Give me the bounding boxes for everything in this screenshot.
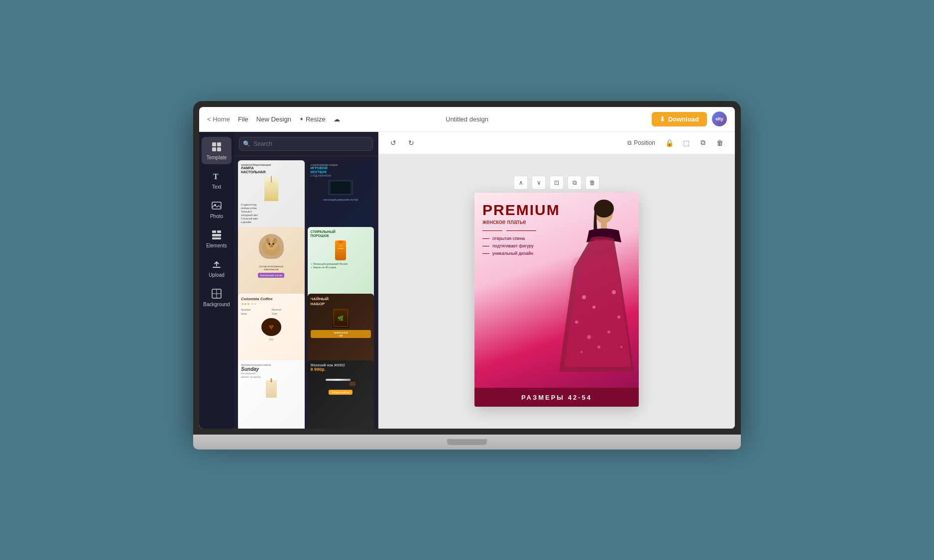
duplicate-button[interactable]: ⧉ [696, 136, 710, 150]
sidebar-item-upload[interactable]: Upload [202, 254, 232, 282]
move-down-button[interactable]: ∨ [532, 176, 546, 190]
nav-links: < Home File New Design ✦ Resize ☁ [207, 115, 646, 123]
text-icon: T [211, 170, 223, 182]
duplicate-icon: ⧉ [700, 138, 705, 147]
search-input[interactable] [239, 137, 373, 151]
laptop-wrapper: < Home File New Design ✦ Resize ☁ Untitl… [193, 101, 741, 459]
cloud-icon: ☁ [334, 115, 340, 123]
svg-point-20 [269, 244, 273, 247]
undo-button[interactable]: ↺ [386, 136, 400, 150]
lock-button[interactable]: 🔒 [662, 136, 676, 150]
download-icon: ⬇ [660, 115, 665, 123]
canvas-toolbar: ↺ ↻ ⧉ Position 🔒 [378, 132, 735, 154]
search-bar: 🔍 [234, 132, 378, 156]
sizes-label: РАЗМЕРЫ 42-54 [521, 394, 592, 401]
resize-link[interactable]: ✦ Resize [299, 115, 326, 123]
resize-icon: ✦ [299, 116, 304, 122]
copy-button[interactable]: ⧉ [568, 176, 582, 190]
delete-icon: 🗑 [716, 139, 723, 147]
design-title: Untitled design [446, 115, 488, 123]
new-design-link[interactable]: New Design [256, 115, 291, 123]
svg-rect-7 [212, 230, 216, 233]
lock-icon: 🔒 [665, 139, 674, 147]
toolbar-right: ⧉ Position 🔒 ⬚ ⧉ [623, 136, 727, 150]
svg-rect-2 [212, 147, 216, 151]
templates-grid: энергосберегающая ЛАМПАНАСТОЛЬНАЯ Студит… [234, 156, 378, 429]
canvas-area: ↺ ↻ ⧉ Position 🔒 [378, 132, 735, 429]
sidebar-item-elements[interactable]: Elements [202, 225, 232, 252]
svg-rect-0 [212, 142, 216, 146]
svg-rect-9 [212, 234, 221, 236]
flip-icon: ⬚ [683, 139, 690, 147]
svg-rect-8 [217, 230, 221, 233]
avatar[interactable]: ełty [712, 112, 727, 126]
sidebar-item-text[interactable]: T Text [202, 166, 232, 194]
sidebar: Template T Text [199, 132, 234, 429]
move-up-button[interactable]: ∧ [514, 176, 528, 190]
home-link[interactable]: < Home [207, 115, 230, 123]
woman-figure [554, 198, 639, 382]
svg-rect-3 [217, 147, 221, 151]
svg-rect-1 [217, 142, 221, 146]
frame-button[interactable]: ⊡ [550, 176, 564, 190]
template-label: Template [207, 155, 227, 160]
search-wrapper: 🔍 [239, 137, 373, 151]
position-button[interactable]: ⧉ Position [623, 137, 659, 148]
elements-icon [211, 229, 223, 241]
file-link[interactable]: File [238, 115, 248, 123]
sidebar-item-photo[interactable]: Photo [202, 196, 232, 223]
laptop-notch [447, 439, 487, 445]
laptop-screen-outer: < Home File New Design ✦ Resize ☁ Untitl… [193, 101, 741, 435]
redo-icon: ↻ [408, 139, 414, 147]
trash-button[interactable]: 🗑 [585, 176, 599, 190]
photo-label: Photo [210, 214, 223, 219]
template-card-candle[interactable]: Ароматическая свеча Sunday Изысканныйаро… [238, 360, 305, 428]
laptop-base [193, 435, 741, 449]
flip-button[interactable]: ⬚ [679, 136, 693, 150]
upload-icon [211, 258, 223, 270]
card-top-controls: ∧ ∨ ⊡ ⧉ 🗑 [514, 176, 599, 190]
svg-text:T: T [213, 172, 219, 181]
layers-icon: ⧉ [627, 139, 632, 146]
template-panel: 🔍 энергосберегающая ЛАМПАНАСТОЛЬНАЯ [234, 132, 378, 429]
search-icon: 🔍 [243, 140, 250, 147]
photo-icon [211, 200, 223, 212]
elements-label: Elements [206, 243, 227, 248]
canvas-viewport[interactable]: ∧ ∨ ⊡ ⧉ 🗑 [378, 154, 735, 429]
delete-button[interactable]: 🗑 [713, 136, 727, 150]
undo-icon: ↺ [390, 139, 396, 147]
text-label: Text [212, 184, 221, 190]
sizes-bar: РАЗМЕРЫ 42-54 [474, 388, 639, 407]
background-label: Background [203, 302, 230, 307]
background-icon [211, 288, 223, 300]
upload-label: Upload [209, 272, 225, 278]
template-icon [211, 141, 223, 153]
design-canvas: PREMIUM женское платье [474, 193, 639, 407]
template-card-knife[interactable]: Японский нож ЖК902 9 990р. Забрать сейча… [308, 360, 374, 428]
svg-rect-5 [212, 202, 221, 209]
top-bar: < Home File New Design ✦ Resize ☁ Untitl… [199, 107, 735, 132]
svg-rect-10 [212, 237, 221, 239]
sidebar-item-template[interactable]: Template [202, 137, 232, 164]
download-button[interactable]: ⬇ Download [652, 112, 707, 126]
main-content: Template T Text [199, 132, 735, 429]
sidebar-item-background[interactable]: Background [202, 284, 232, 311]
top-right: ⬇ Download ełty [652, 112, 727, 126]
app-window: < Home File New Design ✦ Resize ☁ Untitl… [199, 107, 735, 429]
redo-button[interactable]: ↻ [404, 136, 418, 150]
svg-point-19 [272, 243, 274, 245]
svg-point-18 [268, 243, 270, 245]
